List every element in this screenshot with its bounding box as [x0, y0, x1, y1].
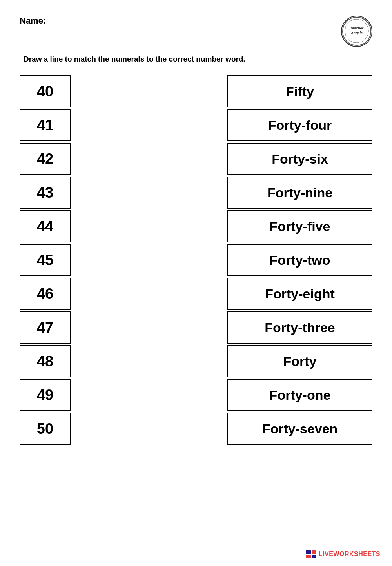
name-field: Name:: [20, 16, 136, 26]
word-box-forty-seven: Forty-seven: [227, 413, 372, 445]
svg-rect-15: [306, 550, 311, 554]
connector-8: [71, 327, 227, 328]
connector-1: [71, 91, 227, 92]
svg-rect-16: [312, 550, 316, 554]
svg-text:Teacher: Teacher: [350, 26, 364, 30]
connector-2: [71, 125, 227, 126]
lws-icon: [306, 550, 317, 558]
match-row-5: 44 Forty-five: [20, 210, 372, 242]
connector-4: [71, 192, 227, 193]
match-row-6: 45 Forty-two: [20, 244, 372, 276]
match-row-7: 46 Forty-eight: [20, 278, 372, 310]
logo-text: Teacher Angela: [343, 18, 370, 45]
logo-circle: Teacher Angela: [342, 17, 371, 46]
word-box-forty-nine: Forty-nine: [227, 177, 372, 209]
svg-rect-18: [312, 555, 316, 558]
footer-text: LIVEWORKSHEETS: [319, 551, 380, 558]
word-box-forty-eight: Forty-eight: [227, 278, 372, 310]
numeral-box-42: 42: [20, 143, 71, 175]
word-box-forty: Forty: [227, 345, 372, 377]
liveworksheets-logo: LIVEWORKSHEETS: [306, 550, 380, 558]
connector-5: [71, 226, 227, 227]
match-row-2: 41 Forty-four: [20, 109, 372, 141]
connector-6: [71, 260, 227, 260]
matching-exercise: 40 Fifty 41 Forty-four 42 Forty-six 43 F…: [20, 75, 372, 446]
numeral-box-44: 44: [20, 210, 71, 242]
connector-10: [71, 395, 227, 395]
word-box-forty-six: Forty-six: [227, 143, 372, 175]
page-footer: LIVEWORKSHEETS: [306, 550, 380, 558]
page-header: Name:: [20, 16, 372, 47]
word-box-forty-five: Forty-five: [227, 210, 372, 242]
match-row-9: 48 Forty: [20, 345, 372, 377]
numeral-box-50: 50: [20, 413, 71, 445]
match-row-10: 49 Forty-one: [20, 379, 372, 411]
match-row-4: 43 Forty-nine: [20, 177, 372, 209]
instruction-text: Draw a line to match the numerals to the…: [20, 55, 372, 64]
connector-7: [71, 293, 227, 294]
word-box-forty-three: Forty-three: [227, 311, 372, 344]
name-label: Name:: [20, 16, 46, 26]
name-input-line[interactable]: [50, 16, 136, 25]
numeral-box-48: 48: [20, 345, 71, 377]
connector-11: [71, 428, 227, 429]
numeral-box-43: 43: [20, 177, 71, 209]
word-box-fifty: Fifty: [227, 75, 372, 107]
match-row-3: 42 Forty-six: [20, 143, 372, 175]
teacher-logo: Teacher Angela: [341, 16, 372, 47]
match-row-1: 40 Fifty: [20, 75, 372, 107]
word-box-forty-four: Forty-four: [227, 109, 372, 141]
match-row-11: 50 Forty-seven: [20, 413, 372, 445]
numeral-box-47: 47: [20, 311, 71, 344]
numeral-box-41: 41: [20, 109, 71, 141]
numeral-box-46: 46: [20, 278, 71, 310]
connector-9: [71, 361, 227, 362]
svg-text:Angela: Angela: [350, 31, 363, 35]
word-box-forty-one: Forty-one: [227, 379, 372, 411]
numeral-box-45: 45: [20, 244, 71, 276]
word-box-forty-two: Forty-two: [227, 244, 372, 276]
numeral-box-49: 49: [20, 379, 71, 411]
numeral-box-40: 40: [20, 75, 71, 107]
match-row-8: 47 Forty-three: [20, 311, 372, 344]
connector-3: [71, 158, 227, 159]
svg-rect-17: [306, 555, 311, 558]
